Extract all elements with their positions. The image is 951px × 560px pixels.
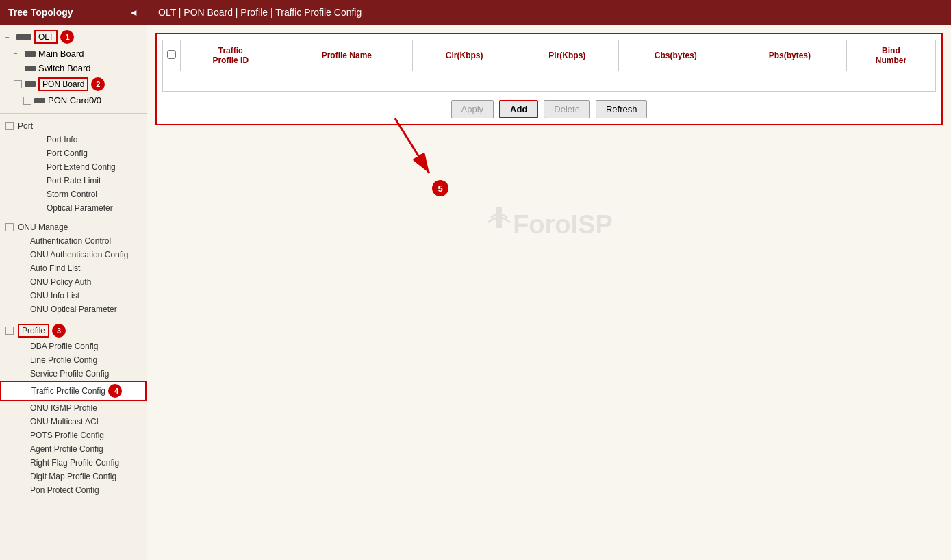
nav-pon-protect[interactable]: Pon Protect Config xyxy=(0,483,147,497)
col-cir: Cir(Kbps) xyxy=(413,40,516,71)
traffic-profile-table: TrafficProfile ID Profile Name Cir(Kbps)… xyxy=(162,40,936,92)
button-row: Apply Add Delete Refresh xyxy=(162,100,936,118)
port-config-label: Port Config xyxy=(44,149,88,158)
pon-card-row[interactable]: PON Card0/0 xyxy=(19,93,147,107)
delete-button[interactable]: Delete xyxy=(544,100,590,118)
select-all-checkbox[interactable] xyxy=(167,50,176,59)
nav-auto-find[interactable]: Auto Find List xyxy=(0,262,147,275)
nav-traffic-profile[interactable]: Traffic Profile Config 4 xyxy=(0,381,147,401)
onu-policy-label: ONU Policy Auth xyxy=(27,277,91,287)
table-header-checkbox xyxy=(163,40,181,71)
add-button[interactable]: Add xyxy=(499,100,538,118)
switch-board-row[interactable]: − Switch Board xyxy=(10,61,147,75)
nav-port-rate[interactable]: Port Rate Limit xyxy=(16,174,147,188)
col-bind-label: BindNumber xyxy=(876,46,906,65)
col-pir: Pir(Kbps) xyxy=(516,40,618,71)
onu-section-label: ONU Manage xyxy=(18,222,68,232)
pon-card-label: PON Card0/0 xyxy=(48,95,101,105)
col-cbs-label: Cbs(bytes) xyxy=(655,51,697,60)
separator xyxy=(0,113,147,114)
table-container: TrafficProfile ID Profile Name Cir(Kbps)… xyxy=(155,33,943,125)
onu-igmp-label: ONU IGMP Profile xyxy=(27,403,97,413)
onu-auth-config-label: ONU Authentication Config xyxy=(27,250,128,259)
watermark: ForoISP xyxy=(155,207,943,242)
switch-board-icon xyxy=(25,66,36,71)
col-pbs-label: Pbs(bytes) xyxy=(769,51,811,60)
nav-pots-profile[interactable]: POTS Profile Config xyxy=(0,429,147,442)
nav-port-config[interactable]: Port Config xyxy=(16,147,147,160)
svg-line-1 xyxy=(395,118,429,173)
port-extend-label: Port Extend Config xyxy=(44,162,116,172)
nav-right-flag[interactable]: Right Flag Profile Config xyxy=(0,456,147,470)
nav-port-info[interactable]: Port Info xyxy=(16,133,147,147)
nav-service-profile[interactable]: Service Profile Config xyxy=(0,367,147,381)
profile-cb[interactable] xyxy=(5,327,14,335)
olt-label[interactable]: OLT xyxy=(34,30,58,44)
sidebar-title: Tree Topology ◄ xyxy=(0,0,147,25)
sidebar-collapse-icon[interactable]: ◄ xyxy=(129,7,138,18)
nav-storm-control[interactable]: Storm Control xyxy=(16,188,147,201)
port-cb[interactable] xyxy=(5,122,14,130)
switch-board-label: Switch Board xyxy=(38,63,91,73)
col-cbs: Cbs(bytes) xyxy=(618,40,733,71)
olt-row[interactable]: − OLT 1 xyxy=(0,27,147,47)
onu-optical-label: ONU Optical Parameter xyxy=(27,305,117,314)
content-area: OLT | PON Board | Profile | Traffic Prof… xyxy=(147,0,951,560)
tree-section: − OLT 1 − Main Board − Switch Board xyxy=(0,25,147,110)
watermark-icon xyxy=(485,207,513,242)
pon-board-row[interactable]: PON Board 2 xyxy=(10,75,147,93)
profile-section: Profile 3 DBA Profile Config Line Profil… xyxy=(0,319,147,500)
onu-cb[interactable] xyxy=(5,223,14,231)
badge-3: 3 xyxy=(52,324,66,338)
nav-onu-policy[interactable]: ONU Policy Auth xyxy=(0,275,147,289)
nav-optical-param[interactable]: Optical Parameter xyxy=(16,201,147,215)
nav-onu-multicast[interactable]: ONU Multicast ACL xyxy=(0,415,147,429)
optical-param-label: Optical Parameter xyxy=(44,203,113,213)
nav-digit-map[interactable]: Digit Map Profile Config xyxy=(0,470,147,483)
auto-find-label: Auto Find List xyxy=(27,264,80,273)
sidebar: Tree Topology ◄ − OLT 1 − Main Board − xyxy=(0,0,147,560)
onu-section-header: ONU Manage xyxy=(0,220,147,234)
breadcrumb: OLT | PON Board | Profile | Traffic Prof… xyxy=(147,0,951,25)
switch-board-expand: − xyxy=(14,64,23,72)
nav-onu-optical[interactable]: ONU Optical Parameter xyxy=(0,303,147,316)
digit-map-label: Digit Map Profile Config xyxy=(27,472,116,481)
col-traffic-profile-id: TrafficProfile ID xyxy=(181,40,281,71)
nav-line-profile[interactable]: Line Profile Config xyxy=(0,353,147,367)
main-board-row[interactable]: − Main Board xyxy=(10,47,147,61)
nav-dba-profile[interactable]: DBA Profile Config xyxy=(0,340,147,353)
service-profile-label: Service Profile Config xyxy=(27,369,109,379)
nav-auth-control[interactable]: Authentication Control xyxy=(0,234,147,248)
main-board-expand: − xyxy=(14,50,23,58)
nav-onu-info[interactable]: ONU Info List xyxy=(0,289,147,303)
traffic-profile-label: Traffic Profile Config xyxy=(29,386,105,396)
nav-port-extend[interactable]: Port Extend Config xyxy=(16,160,147,174)
auth-control-label: Authentication Control xyxy=(27,236,111,246)
dba-profile-label: DBA Profile Config xyxy=(27,342,98,351)
port-section: Port Port Info Port Config Port Extend C… xyxy=(0,116,147,218)
content-body: TrafficProfile ID Profile Name Cir(Kbps)… xyxy=(147,25,951,560)
pon-board-cb[interactable] xyxy=(14,80,22,88)
onu-info-label: ONU Info List xyxy=(27,291,79,301)
agent-profile-label: Agent Profile Config xyxy=(27,444,103,454)
nav-agent-profile[interactable]: Agent Profile Config xyxy=(0,442,147,456)
port-info-label: Port Info xyxy=(44,135,77,144)
pon-card-cb[interactable] xyxy=(23,97,31,105)
onu-section: ONU Manage Authentication Control ONU Au… xyxy=(0,218,147,319)
badge-2: 2 xyxy=(91,77,105,91)
profile-section-label[interactable]: Profile xyxy=(18,324,49,338)
badge-5: 5 xyxy=(432,180,448,196)
olt-icon xyxy=(16,34,31,40)
apply-button[interactable]: Apply xyxy=(451,100,494,118)
col-pir-label: Pir(Kbps) xyxy=(548,51,585,60)
pon-board-label[interactable]: PON Board xyxy=(38,77,88,91)
nav-onu-auth-config[interactable]: ONU Authentication Config xyxy=(0,248,147,262)
col-profile-name: Profile Name xyxy=(281,40,413,71)
badge-4: 4 xyxy=(108,384,122,398)
badge-1: 1 xyxy=(60,30,74,44)
main-board-icon xyxy=(25,51,36,57)
col-bind: BindNumber xyxy=(846,40,935,71)
refresh-button[interactable]: Refresh xyxy=(596,100,648,118)
col-pbs: Pbs(bytes) xyxy=(733,40,846,71)
nav-onu-igmp[interactable]: ONU IGMP Profile xyxy=(0,401,147,415)
